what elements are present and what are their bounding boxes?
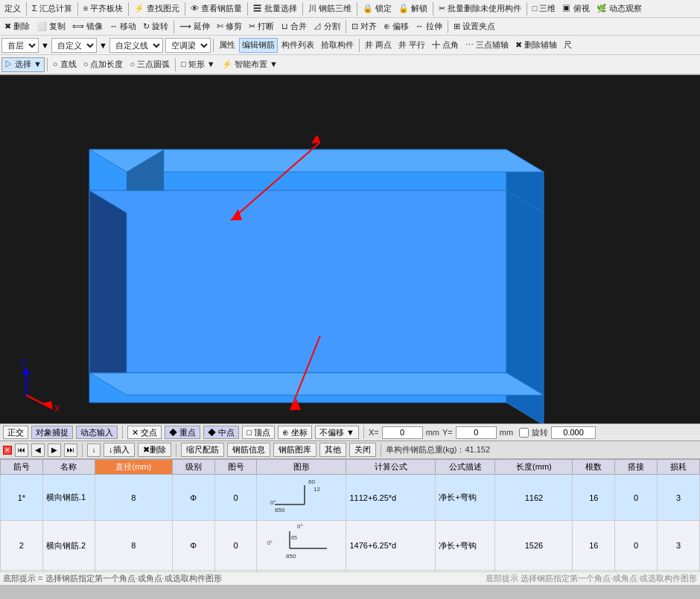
mirror-btn[interactable]: ⟺ 镜像 <box>69 19 106 34</box>
last-btn[interactable]: ⏭ <box>64 443 77 457</box>
delete-btn[interactable]: ✖ 删除 <box>1 19 33 34</box>
smart-place-btn[interactable]: ⚡ 智能布置 ▼ <box>219 57 281 72</box>
component-list-btn[interactable]: 构件列表 <box>279 38 317 53</box>
table-row[interactable]: 2 横向钢筋.2 8 Φ 0 0° 850 65 <box>1 521 700 571</box>
offset-btn[interactable]: ⊕ 偏移 <box>381 19 412 34</box>
two-point-btn[interactable]: 井 两点 <box>362 38 395 53</box>
vertex-btn[interactable]: □ 顶点 <box>242 426 275 439</box>
trim-btn[interactable]: ✄ 修剪 <box>214 19 245 34</box>
merge-btn[interactable]: ⊔ 合并 <box>279 19 310 34</box>
top-view-btn[interactable]: ▣ 俯视 <box>559 1 592 16</box>
break-btn[interactable]: ✂ 打断 <box>246 19 277 34</box>
rebar-table-container[interactable]: 筋号 名称 直径(mm) 级别 图号 图形 计算公式 公式描述 长度(mm) 根… <box>0 459 700 571</box>
point-length-btn[interactable]: ○ 点加长度 <box>80 57 127 72</box>
th-name: 名称 <box>42 460 95 475</box>
prev-btn[interactable]: ◀ <box>31 443 45 457</box>
edit-rebar-btn[interactable]: 编辑钢筋 <box>239 38 278 53</box>
next-btn[interactable]: ▶ <box>48 443 61 457</box>
select-dropdown-btn[interactable]: ▷ 选择 ▼ <box>1 57 45 72</box>
close-btn[interactable]: 关闭 <box>349 443 376 457</box>
cell-count: 16 <box>573 475 615 521</box>
unlock-btn[interactable]: 🔓 解锁 <box>395 1 430 16</box>
rebar-library-btn[interactable]: 钢筋图库 <box>273 443 316 457</box>
move-btn[interactable]: ↔ 移动 <box>106 19 139 34</box>
arc-btn[interactable]: ○ 三点圆弧 <box>127 57 173 72</box>
define-btn[interactable]: 定义 <box>1 1 24 16</box>
line-btn[interactable]: ○ 直线 <box>50 57 80 72</box>
find-element-btn[interactable]: ⚡ 查找图元 <box>131 1 182 16</box>
parallel-btn[interactable]: 井 平行 <box>395 38 428 53</box>
sep <box>122 426 123 439</box>
split-btn[interactable]: ⊿ 分割 <box>311 19 343 34</box>
close-small-btn[interactable]: ✕ <box>3 446 12 455</box>
lock-btn[interactable]: 🔒 锁定 <box>360 1 395 16</box>
3d-view-btn[interactable]: □ 三维 <box>529 1 559 16</box>
object-snap-btn[interactable]: 对象捕捉 <box>31 426 73 439</box>
th-figure-no: 图号 <box>214 460 257 475</box>
th-formula: 计算公式 <box>346 460 436 475</box>
copy-btn[interactable]: ⬜ 复制 <box>34 19 69 34</box>
th-formula-desc: 公式描述 <box>436 460 495 475</box>
batch-select-btn[interactable]: ☰ 批量选择 <box>250 1 299 16</box>
beam-select[interactable]: 空调梁 <box>165 38 211 53</box>
insert-btn[interactable]: ↓插入 <box>104 443 135 457</box>
other-btn[interactable]: 其他 <box>319 443 346 457</box>
coordinate-btn[interactable]: ⊕ 坐标 <box>278 426 312 439</box>
cell-formula-desc: 净长+弯钩 <box>436 475 495 521</box>
rect-dropdown-btn[interactable]: □ 矩形 ▼ <box>178 57 218 72</box>
align-panel-btn[interactable]: ≡ 平齐板块 <box>80 1 126 16</box>
custom-line-select[interactable]: 自定义线 <box>109 38 163 53</box>
th-diameter: 直径(mm) <box>95 460 172 475</box>
ruler-btn[interactable]: 尺 <box>561 38 575 53</box>
scale-match-btn[interactable]: 缩尺配筋 <box>181 443 224 457</box>
pick-component-btn[interactable]: 拾取构件 <box>318 38 357 53</box>
midpoint-btn[interactable]: ◆ 重点 <box>165 426 200 439</box>
intersection-btn[interactable]: ✕ 交点 <box>127 426 162 439</box>
footer-text: 底部提示 = 选择钢筋指定第一个角点·或角点·或选取构件图形 <box>3 573 222 584</box>
del-btn[interactable]: ✖删除 <box>138 443 171 457</box>
ortho-btn[interactable]: 正交 <box>3 426 28 439</box>
cell-diameter[interactable]: 8 <box>95 475 172 521</box>
cell-diameter[interactable]: 8 <box>95 521 172 571</box>
center-btn[interactable]: ◆ 中点 <box>203 426 239 439</box>
point-angle-btn[interactable]: ╋ 点角 <box>429 38 462 53</box>
three-point-axis-btn[interactable]: ⋯ 三点辅轴 <box>462 38 512 53</box>
rotate-checkbox[interactable] <box>519 428 529 438</box>
toolbar-row-1: 定义 Σ 汇总计算 ≡ 平齐板块 ⚡ 查找图元 👁 查看钢筋量 ☰ 批量选择 川… <box>0 0 700 18</box>
delete-axis-btn[interactable]: ✖ 删除辅轴 <box>512 38 560 53</box>
rebar-table: 筋号 名称 直径(mm) 级别 图号 图形 计算公式 公式描述 长度(mm) 根… <box>0 459 700 571</box>
down-btn[interactable]: ↓ <box>87 443 101 457</box>
x-input[interactable] <box>382 426 423 439</box>
th-loss: 损耗 <box>658 460 700 475</box>
table-row[interactable]: 1* 横向钢筋.1 8 Φ 0 60 12 <box>1 475 700 521</box>
svg-marker-4 <box>506 190 544 395</box>
rebar-3d-btn[interactable]: 川 钢筋三维 <box>305 1 354 16</box>
sep <box>174 20 174 33</box>
cell-count: 16 <box>573 521 615 571</box>
view-rebar-btn[interactable]: 👁 查看钢筋量 <box>188 1 245 16</box>
batch-delete-btn[interactable]: ✂ 批量删除未使用构件 <box>436 1 524 16</box>
rotate-btn[interactable]: ↻ 旋转 <box>140 19 171 34</box>
properties-btn[interactable]: 属性 <box>216 38 238 53</box>
th-no: 筋号 <box>1 460 43 475</box>
rebar-info-btn[interactable]: 钢筋信息 <box>227 443 270 457</box>
dynamic-input-btn[interactable]: 动态输入 <box>76 426 118 439</box>
canvas-area[interactable]: Z X <box>0 75 700 423</box>
floor-select[interactable]: 首层 <box>1 38 39 53</box>
first-btn[interactable]: ⏮ <box>15 443 28 457</box>
th-grade: 级别 <box>172 460 214 475</box>
setpoint-btn[interactable]: ⊞ 设置夹点 <box>451 19 498 34</box>
summary-calc-btn[interactable]: Σ 汇总计算 <box>29 1 75 16</box>
stretch-btn[interactable]: ↔ 拉伸 <box>413 19 445 34</box>
x-label: X= <box>369 428 379 437</box>
svg-marker-8 <box>89 373 544 395</box>
align-btn[interactable]: ⊡ 对齐 <box>349 19 380 34</box>
no-offset-btn[interactable]: 不偏移 ▼ <box>315 426 359 439</box>
y-input[interactable] <box>456 426 497 439</box>
extend-btn[interactable]: ⟿ 延伸 <box>176 19 213 34</box>
custom-select[interactable]: 自定义 <box>51 38 97 53</box>
dynamic-view-btn[interactable]: 🌿 动态观察 <box>594 1 645 16</box>
sep4 <box>185 2 185 16</box>
rotate-input[interactable] <box>551 426 596 439</box>
svg-marker-9 <box>89 190 127 373</box>
